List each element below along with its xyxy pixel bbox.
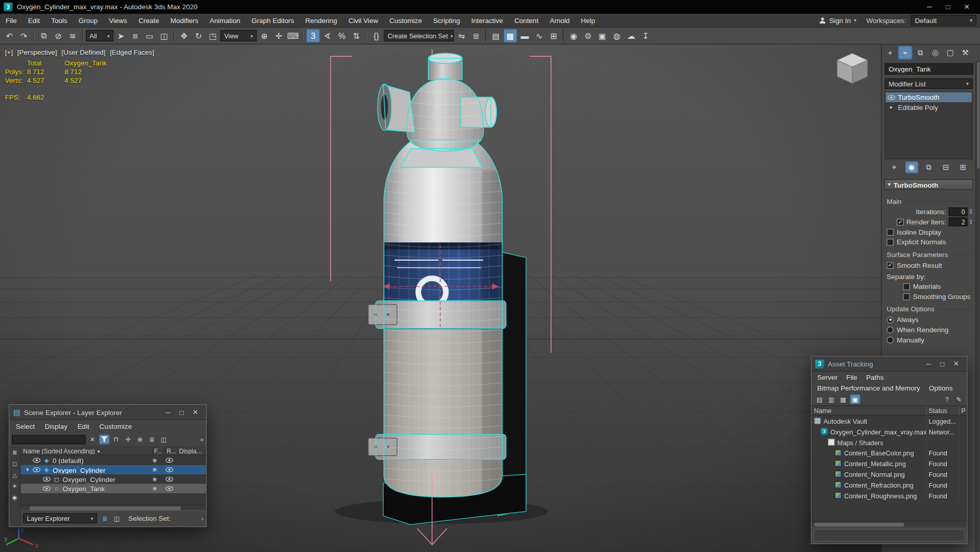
render-toggle-icon[interactable]: [163, 486, 176, 491]
modifier-list-dropdown[interactable]: Modifier List ▾: [885, 78, 973, 89]
render-iters-value[interactable]: 2: [949, 217, 968, 226]
bind-to-space-warp-icon[interactable]: ≋: [66, 29, 80, 42]
hierarchy-tab-icon[interactable]: ⧉: [913, 46, 927, 60]
menu-file[interactable]: File: [842, 373, 862, 381]
scrollbar-thumb[interactable]: [30, 506, 181, 510]
reference-coordinate-dropdown[interactable]: View▾: [221, 30, 257, 41]
when-rendering-radio[interactable]: [887, 326, 893, 333]
column-header-path[interactable]: P: [960, 406, 967, 415]
display-shapes-icon[interactable]: △: [10, 470, 19, 479]
render-iters-spinner[interactable]: ▴▾: [970, 219, 972, 225]
menu-animation[interactable]: Animation: [204, 16, 246, 24]
motion-tab-icon[interactable]: ◎: [928, 46, 942, 60]
column-header-render[interactable]: R...: [164, 447, 177, 454]
window-crossing-icon[interactable]: ◫: [157, 29, 171, 42]
close-button[interactable]: ✕: [949, 359, 963, 369]
select-and-link-icon[interactable]: ⧉: [37, 29, 51, 42]
scene-row-oxygen-tank[interactable]: ○Oxygen_Tank✱: [20, 484, 206, 493]
collapse-arrow-icon[interactable]: ▾: [25, 467, 31, 473]
render-toggle-icon[interactable]: [163, 476, 176, 482]
menu-interactive[interactable]: Interactive: [466, 16, 509, 24]
select-and-uniform-scale-icon[interactable]: ◳: [206, 29, 220, 42]
viewport-menu-edged-faces[interactable]: [Edged Faces]: [110, 48, 154, 56]
render-production-icon[interactable]: ◍: [610, 29, 624, 42]
create-selection-set-dropdown[interactable]: Create Selection Set▾: [384, 30, 454, 41]
column-header-display[interactable]: Displa...: [177, 447, 206, 454]
display-tab-icon[interactable]: ▢: [943, 46, 958, 60]
display-geometry-icon[interactable]: ◻: [10, 459, 19, 468]
menu-help[interactable]: Help: [575, 16, 601, 24]
remove-modifier-icon[interactable]: ⊟: [940, 162, 952, 173]
menu-create[interactable]: Create: [133, 16, 165, 24]
render-iters-checkbox[interactable]: ✓: [897, 218, 903, 225]
sign-in-button[interactable]: Sign In ▾: [815, 14, 862, 27]
minimize-button[interactable]: ─: [922, 359, 936, 369]
materials-checkbox[interactable]: [903, 283, 910, 290]
menu-edit[interactable]: Edit: [22, 16, 45, 24]
panel-scrollbar[interactable]: [975, 61, 980, 552]
modifier-stack-item-turbosmooth[interactable]: TurboSmooth: [886, 92, 972, 102]
render-toggle-icon[interactable]: [163, 467, 176, 473]
viewport-menu-user-defined[interactable]: [User Defined]: [61, 48, 105, 56]
rendered-frame-window-icon[interactable]: ▣: [595, 29, 609, 42]
minimize-button[interactable]: ─: [920, 0, 939, 14]
redo-icon[interactable]: ↷: [17, 29, 31, 42]
title-bar[interactable]: 3 Oxygen_Cylinder_max_vray.max - Autodes…: [0, 0, 980, 14]
asset-row-content-roughness-png[interactable]: Content_Roughness.pngFound: [811, 490, 967, 501]
close-button[interactable]: ✕: [958, 0, 976, 14]
render-toggle-icon[interactable]: [163, 457, 176, 463]
smoothing-groups-checkbox[interactable]: [903, 293, 910, 300]
panel-scrollbar-thumb[interactable]: [977, 62, 980, 168]
column-header-frozen[interactable]: F...: [152, 447, 165, 454]
select-and-move-icon[interactable]: ✥: [177, 29, 191, 42]
toggle-scene-explorer-icon[interactable]: ▤: [489, 29, 503, 42]
menu-rendering[interactable]: Rendering: [300, 16, 343, 24]
undo-icon[interactable]: ↶: [3, 29, 16, 42]
filter-funnel-icon[interactable]: [99, 434, 110, 445]
pin-stack-icon[interactable]: ⌖: [888, 162, 901, 173]
frozen-toggle-icon[interactable]: ✱: [149, 467, 161, 473]
configure-modifier-sets-icon[interactable]: ⊞: [957, 162, 970, 173]
pick-select-icon[interactable]: ✛: [123, 434, 133, 445]
maximize-button[interactable]: □: [939, 0, 958, 14]
maximize-button[interactable]: □: [175, 407, 188, 417]
always-radio[interactable]: [887, 316, 893, 323]
asset-table-view-icon[interactable]: ▤: [814, 394, 825, 404]
scene-row-0-default[interactable]: ◈0 (default)✱: [20, 455, 206, 465]
modifier-stack-item-editable-poly[interactable]: ▸Editable Poly: [886, 102, 972, 112]
visibility-eye-icon[interactable]: [42, 476, 51, 482]
scene-explorer-titlebar[interactable]: ▤ Scene Explorer - Layer Explorer ─ □ ✕: [9, 405, 206, 420]
visibility-eye-icon[interactable]: [888, 95, 896, 100]
scrollbar-thumb[interactable]: [814, 522, 904, 526]
minimize-button[interactable]: ─: [161, 407, 175, 417]
visibility-eye-icon[interactable]: [42, 486, 51, 491]
show-end-result-icon[interactable]: ◉: [905, 162, 918, 173]
menu-modifiers[interactable]: Modifiers: [165, 16, 204, 24]
menu-select[interactable]: Select: [11, 422, 40, 430]
menu-civil-view[interactable]: Civil View: [343, 16, 384, 24]
turbosmooth-rollout-header[interactable]: ▾ TurboSmooth: [884, 179, 973, 190]
column-header-status[interactable]: Status: [927, 406, 960, 415]
asset-row-content-normal-png[interactable]: Content_Normal.pngFound: [811, 469, 967, 479]
asset-row-oxygen-cylinder-max-vray-max[interactable]: 3Oxygen_Cylinder_max_vray.maxNetwor...: [811, 426, 967, 437]
viewcube[interactable]: [832, 50, 872, 87]
workspaces-dropdown[interactable]: Default ▾: [911, 15, 976, 26]
frozen-toggle-icon[interactable]: ✱: [149, 486, 161, 492]
menu-customize[interactable]: Customize: [384, 16, 427, 24]
column-chooser-icon[interactable]: ◫: [158, 434, 169, 445]
spinner-snap-icon[interactable]: ⇅: [349, 29, 363, 42]
edit-named-selection-sets-icon[interactable]: {}: [369, 29, 383, 42]
menu-options[interactable]: Options: [924, 384, 957, 392]
asset-edit-icon[interactable]: ✎: [954, 394, 965, 404]
iterations-spinner[interactable]: ▴▾: [970, 209, 972, 215]
grid-view-icon[interactable]: ◫: [111, 513, 122, 523]
keyboard-shortcut-override-icon[interactable]: ⌨: [286, 29, 300, 42]
asset-help-icon[interactable]: ?: [942, 394, 952, 404]
modify-tab-icon[interactable]: ⌁: [898, 46, 912, 60]
make-unique-icon[interactable]: ⧉: [922, 162, 935, 173]
viewport-menu-[interactable]: [+]: [5, 48, 13, 56]
selection-filter-dropdown[interactable]: All▾: [86, 30, 113, 41]
expand-arrow-icon[interactable]: ▸: [888, 104, 896, 110]
menu-display[interactable]: Display: [40, 422, 73, 430]
close-button[interactable]: ✕: [188, 407, 202, 417]
